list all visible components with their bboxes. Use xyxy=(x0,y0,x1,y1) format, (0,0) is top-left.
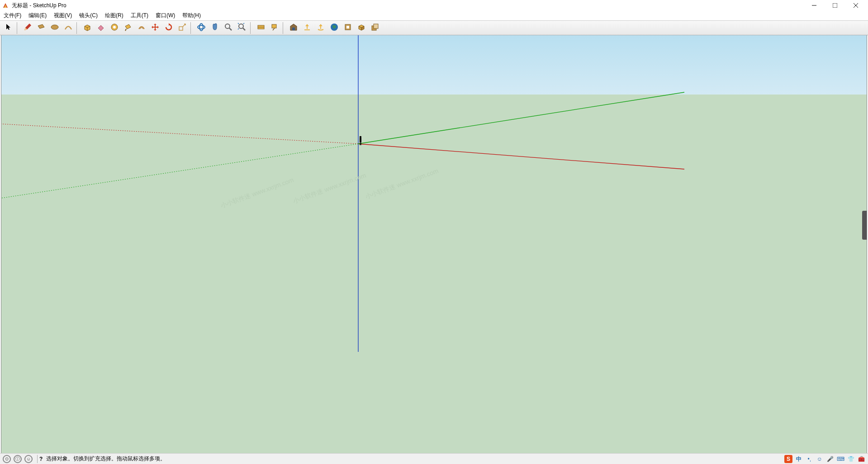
scale-tool[interactable] xyxy=(175,22,189,34)
ime-toolbox-icon[interactable]: 🧰 xyxy=(857,455,865,463)
menu-window[interactable]: 窗口(W) xyxy=(152,11,179,20)
circle-icon xyxy=(50,23,59,33)
eraser-icon xyxy=(96,23,105,33)
svg-rect-25 xyxy=(360,138,361,142)
text-icon xyxy=(270,23,279,33)
geolocation[interactable] xyxy=(327,22,341,34)
tray-panel-handle[interactable] xyxy=(862,211,867,240)
tape-icon xyxy=(110,23,119,33)
paint-tool[interactable] xyxy=(121,22,135,34)
menu-tools[interactable]: 工具(T) xyxy=(127,11,152,20)
signin-status-icon[interactable]: ☺ xyxy=(24,455,33,463)
credits-status-icon[interactable]: ⓘ xyxy=(14,455,22,463)
menu-bar: 文件(F) 编辑(E) 视图(V) 镜头(C) 绘图(R) 工具(T) 窗口(W… xyxy=(0,11,868,21)
scale-figure-icon xyxy=(358,136,363,147)
pushpull-tool[interactable] xyxy=(81,22,94,34)
main-toolbar xyxy=(0,21,868,35)
pencil-icon xyxy=(23,23,32,33)
help-icon[interactable]: ? xyxy=(39,456,43,462)
cursor-icon xyxy=(5,23,13,33)
component-tool[interactable] xyxy=(355,22,368,34)
move-tool[interactable] xyxy=(148,22,162,34)
y-axis-positive xyxy=(358,92,684,144)
menu-camera[interactable]: 镜头(C) xyxy=(76,11,101,20)
status-bar: ⊙ ⓘ ☺ ? 选择对象。切换到扩充选择。拖动鼠标选择多项。 度量 xyxy=(0,453,868,464)
x-axis-negative xyxy=(1,124,358,144)
app-logo-icon xyxy=(2,2,9,9)
ime-voice-icon[interactable]: 🎤 xyxy=(826,455,834,463)
3d-viewport[interactable]: 小小软件迷 www.xxrjm.com 小小软件迷 www.xxrjm.com … xyxy=(1,35,867,453)
select-tool[interactable] xyxy=(2,22,15,34)
extension-warehouse[interactable] xyxy=(341,22,355,34)
box-icon xyxy=(83,23,92,33)
offset-icon xyxy=(137,23,146,33)
maximize-button[interactable] xyxy=(825,0,845,11)
warehouse-icon xyxy=(289,23,298,33)
status-hint: 选择对象。切换到扩充选择。拖动鼠标选择多项。 xyxy=(43,455,797,463)
earth-icon xyxy=(330,23,339,33)
ime-skin-icon[interactable]: 👕 xyxy=(847,455,855,463)
ime-keyboard-icon[interactable]: ⌨ xyxy=(836,455,844,463)
svg-rect-17 xyxy=(292,28,295,30)
svg-point-12 xyxy=(239,24,243,28)
svg-point-6 xyxy=(113,26,116,28)
send-icon xyxy=(316,23,325,33)
pencil-tool[interactable] xyxy=(21,22,34,34)
dim-icon xyxy=(256,23,266,33)
menu-view[interactable]: 视图(V) xyxy=(50,11,76,20)
geo-status-icon[interactable]: ⊙ xyxy=(3,455,11,463)
orbit-icon xyxy=(197,23,206,33)
svg-point-10 xyxy=(225,24,230,28)
offset-tool[interactable] xyxy=(135,22,148,34)
ime-tray: S 中 •ˌ ☺ 🎤 ⌨ 👕 🧰 xyxy=(782,454,868,464)
paint-icon xyxy=(123,23,133,33)
svg-rect-21 xyxy=(346,26,349,28)
ime-lang-toggle[interactable]: 中 xyxy=(795,455,803,463)
dimension-tool[interactable] xyxy=(254,22,268,34)
3d-warehouse[interactable] xyxy=(287,22,300,34)
comp-icon xyxy=(357,23,366,33)
upload-model[interactable] xyxy=(300,22,314,34)
scale-icon xyxy=(178,23,187,33)
menu-help[interactable]: 帮助(H) xyxy=(179,11,204,20)
ime-punct-icon[interactable]: •ˌ xyxy=(805,455,813,463)
arc-tool[interactable] xyxy=(62,22,75,34)
group-icon xyxy=(370,23,379,33)
close-button[interactable] xyxy=(845,0,866,11)
group-tool[interactable] xyxy=(368,22,382,34)
arc-icon xyxy=(64,23,73,33)
text-tool[interactable] xyxy=(268,22,281,34)
upload-icon xyxy=(303,23,312,33)
axes-overlay xyxy=(1,35,867,453)
svg-rect-23 xyxy=(374,24,378,28)
y-axis-negative xyxy=(1,144,358,198)
send-model[interactable] xyxy=(314,22,327,34)
move-icon xyxy=(151,23,160,33)
ime-emoji-icon[interactable]: ☺ xyxy=(816,455,824,463)
tape-tool[interactable] xyxy=(108,22,121,34)
zoom-extents-tool[interactable] xyxy=(235,22,249,34)
menu-edit[interactable]: 编辑(E) xyxy=(25,11,50,20)
zoom-icon xyxy=(224,23,233,33)
rectangle-tool[interactable] xyxy=(34,22,48,34)
ext-icon xyxy=(343,23,352,33)
zoomext-icon xyxy=(237,23,247,33)
svg-rect-7 xyxy=(179,27,183,30)
svg-line-13 xyxy=(243,28,245,30)
rotate-tool[interactable] xyxy=(162,22,175,34)
hand-icon xyxy=(210,23,219,33)
menu-file[interactable]: 文件(F) xyxy=(0,11,25,20)
svg-point-8 xyxy=(198,25,205,29)
svg-point-9 xyxy=(199,24,203,31)
title-bar: 无标题 - SketchUp Pro xyxy=(0,0,868,11)
svg-rect-16 xyxy=(272,24,276,28)
ime-brand-icon[interactable]: S xyxy=(784,455,792,463)
circle-tool[interactable] xyxy=(48,22,62,34)
pan-tool[interactable] xyxy=(208,22,222,34)
eraser-tool[interactable] xyxy=(94,22,108,34)
svg-rect-26 xyxy=(360,142,360,145)
orbit-tool[interactable] xyxy=(194,22,208,34)
zoom-tool[interactable] xyxy=(222,22,235,34)
minimize-button[interactable] xyxy=(804,0,825,11)
menu-draw[interactable]: 绘图(R) xyxy=(101,11,127,20)
